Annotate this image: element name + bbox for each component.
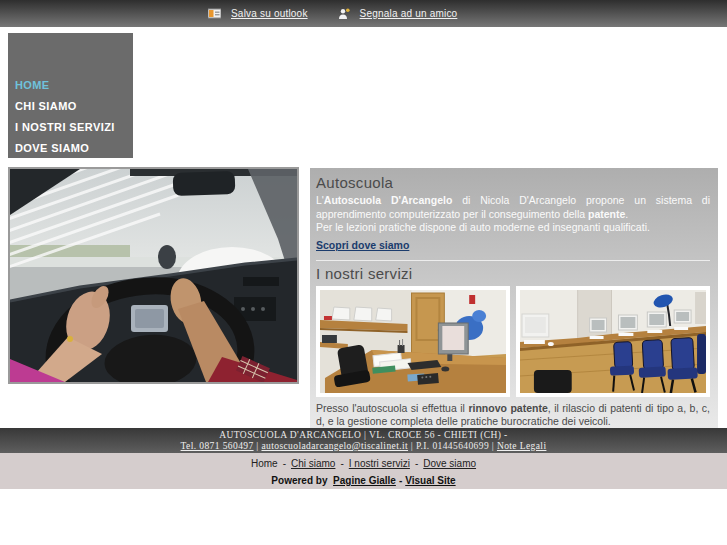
classroom-illustration (520, 290, 706, 393)
bottom-nav: Home-Chi siamo-I nostri servizi-Dove sia… (0, 453, 727, 469)
bold-patente: patente (588, 208, 625, 220)
footer-band: Home-Chi siamo-I nostri servizi-Dove sia… (0, 453, 727, 489)
text-run: Presso l'autoscuola si effettua il (316, 402, 468, 414)
footer-legal-link[interactable]: Note Legali (497, 441, 547, 451)
text-run: . (625, 208, 628, 220)
scopri-dove-siamo-link[interactable]: Scopri dove siamo (316, 239, 409, 251)
autoscuola-paragraph-2: Per le lezioni pratiche dispone di auto … (316, 221, 710, 235)
text-run: L' (316, 194, 324, 206)
bottomnav-servizi[interactable]: I nostri servizi (349, 458, 410, 469)
sidebar-item-chi-siamo[interactable]: CHI SIAMO (15, 96, 133, 117)
car-interior-illustration (10, 169, 297, 382)
office-photo (316, 286, 510, 397)
footer-address-line: AUTOSCUOLA D'ARCANGELO | VL. CROCE 56 - … (0, 430, 727, 441)
nav-separator: - (415, 458, 418, 469)
servizi-paragraph: Presso l'autoscuola si effettua il rinno… (316, 402, 710, 429)
footer-info-bar: AUTOSCUOLA D'ARCANGELO | VL. CROCE 56 - … (0, 428, 727, 453)
sidebar-item-home[interactable]: HOME (15, 75, 133, 96)
sidebar-item-dove-siamo[interactable]: DOVE SIAMO (15, 138, 133, 159)
footer-email-link[interactable]: autoscuoladarcangelo@tiscalinet.it (261, 441, 408, 451)
pagine-gialle-link[interactable]: Pagine Gialle (333, 475, 396, 486)
sidebar-item-servizi[interactable]: I NOSTRI SERVIZI (15, 117, 133, 138)
sidebar-menu: HOME CHI SIAMO I NOSTRI SERVIZI DOVE SIA… (8, 33, 133, 158)
nav-separator: - (283, 458, 286, 469)
office-illustration (320, 290, 506, 393)
tell-friend-link[interactable]: Segnala ad un amico (360, 8, 458, 19)
autoscuola-paragraph: L'Autoscuola D'Arcangelo di Nicola D'Arc… (316, 194, 710, 221)
bold-rinnovo-patente: rinnovo patente (468, 402, 547, 414)
classroom-photo (516, 286, 710, 397)
section-divider (316, 260, 710, 261)
section-title-autoscuola: Autoscuola (316, 174, 710, 191)
powered-separator: - (399, 475, 402, 486)
topbar: Salva su outlook Segnala ad un amico (0, 0, 727, 27)
footer-separator: | P.I. 01445640699 | (408, 441, 497, 451)
powered-by: Powered by Pagine Gialle-Visual Site (0, 475, 727, 486)
nav-separator: - (340, 458, 343, 469)
bottomnav-chi-siamo[interactable]: Chi siamo (291, 458, 335, 469)
bold-school-name: Autoscuola D'Arcangelo (324, 194, 452, 206)
main-content: Autoscuola L'Autoscuola D'Arcangelo di N… (310, 168, 718, 428)
footer-contacts-line: Tel. 0871 560497 | autoscuoladarcangelo@… (0, 441, 727, 452)
section-title-servizi: I nostri servizi (316, 265, 710, 282)
tell-friend-icon (338, 8, 350, 20)
services-photos (316, 286, 710, 397)
bottomnav-home[interactable]: Home (251, 458, 278, 469)
bottomnav-dove-siamo[interactable]: Dove siamo (423, 458, 476, 469)
car-interior-photo (8, 167, 299, 384)
footer-tel-link[interactable]: Tel. 0871 560497 (181, 441, 254, 451)
save-outlook-link[interactable]: Salva su outlook (231, 8, 308, 19)
powered-by-label: Powered by (271, 475, 327, 486)
outlook-icon (208, 8, 221, 19)
visual-site-link[interactable]: Visual Site (405, 475, 455, 486)
page: Salva su outlook Segnala ad un amico HOM… (0, 0, 727, 545)
